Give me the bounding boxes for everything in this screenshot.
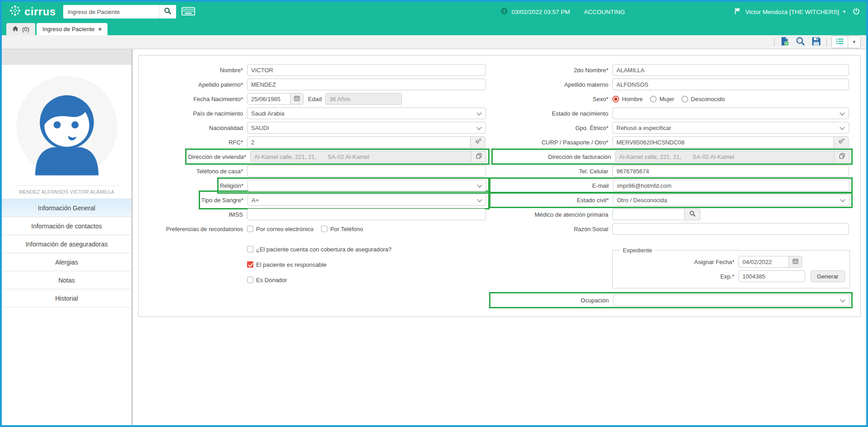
- segundo-nombre-label: 2do Nombre*: [491, 67, 612, 74]
- gpo-etnico-select[interactable]: Rehusó a especificar: [612, 122, 849, 134]
- curp-input[interactable]: [612, 136, 834, 148]
- new-document-icon: [780, 37, 789, 47]
- virtual-keyboard-button[interactable]: [182, 7, 195, 17]
- radio-selected-icon: [612, 96, 619, 102]
- global-search-button[interactable]: [159, 5, 176, 19]
- apellido-materno-label: Apellido materno: [491, 81, 612, 88]
- header-module: ACCOUNTING: [584, 9, 625, 15]
- sidebar-item-alergias[interactable]: Alergias: [2, 253, 131, 271]
- gpo-etnico-value: Rehusó a especificar: [616, 125, 671, 131]
- preferencia-correo-checkbox[interactable]: Por correo electrónico: [247, 226, 313, 232]
- apellido-materno-input[interactable]: [612, 79, 849, 90]
- direccion-facturacion-highlight: Dirección de facturación: [491, 149, 853, 165]
- sidebar-item-historial[interactable]: Historial: [2, 289, 131, 307]
- sexo-hombre-radio[interactable]: Hombre: [612, 96, 643, 102]
- razon-social-input[interactable]: [612, 223, 849, 235]
- sidebar-item-informacion-de-contactos[interactable]: Información de contactos: [2, 217, 131, 235]
- list-view-button-group: ▼: [831, 36, 861, 48]
- nombre-label: Nombre*: [139, 67, 247, 74]
- checkbox-icon: [247, 277, 253, 283]
- list-view-button[interactable]: [832, 36, 848, 48]
- preferencias-label: Preferencias de recordatorios: [139, 226, 247, 232]
- estado-civil-label: Estado civil*: [492, 197, 613, 204]
- list-view-dropdown-button[interactable]: ▼: [848, 36, 860, 48]
- generar-button[interactable]: Generar: [811, 270, 845, 282]
- checkbox-icon: [247, 246, 253, 252]
- ocupacion-highlight: Ocupación: [489, 292, 853, 308]
- estado-nacimiento-label: Estado de nacimiento: [491, 110, 612, 117]
- rfc-label: RFC*: [139, 139, 247, 146]
- form-panel: Nombre* Apellido paterno* Fecha Nacimien…: [138, 55, 861, 317]
- direccion-vivienda-highlight: Dirección de vivienda*: [185, 149, 490, 165]
- close-icon[interactable]: ×: [98, 26, 102, 32]
- pais-nacimiento-label: País de nacimiento: [139, 110, 247, 117]
- tipo-sangre-highlight: Tipo de Sangre* A+: [199, 190, 490, 209]
- edad-label: Edad: [308, 96, 322, 102]
- segundo-nombre-input[interactable]: [612, 64, 849, 76]
- rfc-input[interactable]: [247, 136, 471, 148]
- asignar-fecha-input[interactable]: [738, 256, 789, 268]
- fecha-nacimiento-calendar-button[interactable]: [290, 93, 303, 105]
- email-label: E-mail: [492, 182, 613, 189]
- tipo-sangre-select[interactable]: A+: [247, 194, 486, 206]
- sidebar-item-notas[interactable]: Notas: [2, 271, 131, 289]
- imss-input[interactable]: [247, 209, 486, 220]
- tel-celular-input[interactable]: [612, 165, 849, 177]
- keyboard-icon: [182, 7, 195, 17]
- religion-label: Religión*: [220, 182, 247, 189]
- tab-label: Ingreso de Paciente: [42, 26, 95, 32]
- estado-civil-highlight: Estado civil* Otro / Desconocida: [489, 192, 853, 208]
- medico-primaria-input[interactable]: [612, 209, 685, 220]
- religion-highlight: Religión*: [217, 177, 490, 194]
- sexo-desconocido-radio[interactable]: Desconocido: [681, 96, 725, 102]
- rfc-generate-button[interactable]: [470, 136, 485, 148]
- estado-civil-select[interactable]: Otro / Desconocida: [613, 194, 849, 206]
- caret-down-icon: ▼: [852, 40, 856, 44]
- tab-ingreso-de-paciente[interactable]: Ingreso de Paciente ×: [37, 23, 107, 35]
- copy-icon: [476, 153, 482, 160]
- asignar-fecha-calendar-button[interactable]: [789, 256, 802, 268]
- direccion-vivienda-copy-button[interactable]: [471, 151, 486, 162]
- new-record-button[interactable]: [779, 37, 790, 47]
- medico-primaria-search-button[interactable]: [684, 209, 700, 220]
- sidebar-item-informacion-general[interactable]: Información General: [2, 199, 131, 217]
- flag-icon[interactable]: [734, 8, 741, 16]
- curp-generate-button[interactable]: [833, 136, 849, 148]
- email-input[interactable]: [613, 180, 849, 191]
- sidebar-header-strip: [2, 49, 131, 65]
- medico-primaria-label: Médico de atención primaria: [491, 211, 612, 218]
- direccion-facturacion-copy-button[interactable]: [834, 151, 849, 162]
- es-donador-checkbox[interactable]: Es Donador: [247, 277, 287, 283]
- global-search-input[interactable]: [63, 5, 159, 19]
- tab-home[interactable]: (0): [6, 23, 35, 35]
- estado-civil-value: Otro / Desconocida: [617, 197, 667, 204]
- estado-nacimiento-select[interactable]: [612, 107, 849, 119]
- content-area: MENDEZ ALFONSOS VICTOR ALAMILLA Informac…: [2, 49, 866, 425]
- exp-input[interactable]: [738, 270, 805, 282]
- fecha-nacimiento-input[interactable]: [247, 93, 290, 105]
- logout-button[interactable]: [853, 8, 860, 16]
- nombre-input[interactable]: [247, 64, 486, 76]
- cobertura-aseguradora-checkbox[interactable]: ¿El paciente cuenta con cobertura de ase…: [247, 246, 392, 253]
- user-menu[interactable]: Victor Mendoza [THE WITCHERS] ▼: [746, 9, 846, 15]
- apellido-paterno-input[interactable]: [247, 79, 486, 90]
- save-button[interactable]: [811, 37, 822, 47]
- search-record-button[interactable]: [795, 37, 806, 47]
- pais-nacimiento-select[interactable]: Saudi Arabia: [247, 107, 486, 119]
- direccion-vivienda-label: Dirección de vivienda*: [188, 153, 250, 160]
- religion-select[interactable]: [247, 180, 486, 191]
- checkbox-icon: [247, 226, 253, 232]
- telefono-casa-input[interactable]: [247, 165, 486, 177]
- ocupacion-select[interactable]: [613, 294, 849, 306]
- sidebar-item-informacion-de-aseguradoras[interactable]: Información de aseguradoras: [2, 235, 131, 253]
- pais-nacimiento-value: Saudi Arabia: [251, 110, 285, 117]
- cogs-icon: [475, 138, 481, 146]
- direccion-vivienda-input: [250, 151, 471, 162]
- patient-sidebar: MENDEZ ALFONSOS VICTOR ALAMILLA Informac…: [2, 49, 133, 425]
- paciente-responsable-checkbox[interactable]: El paciente es responsable: [247, 261, 327, 268]
- home-icon: [12, 26, 19, 33]
- preferencia-telefono-checkbox[interactable]: Por Teléfono: [321, 226, 363, 232]
- nacionalidad-select[interactable]: SAUDI: [247, 122, 486, 134]
- user-name: Victor Mendoza [THE WITCHERS]: [746, 9, 840, 15]
- sexo-mujer-radio[interactable]: Mujer: [650, 96, 674, 102]
